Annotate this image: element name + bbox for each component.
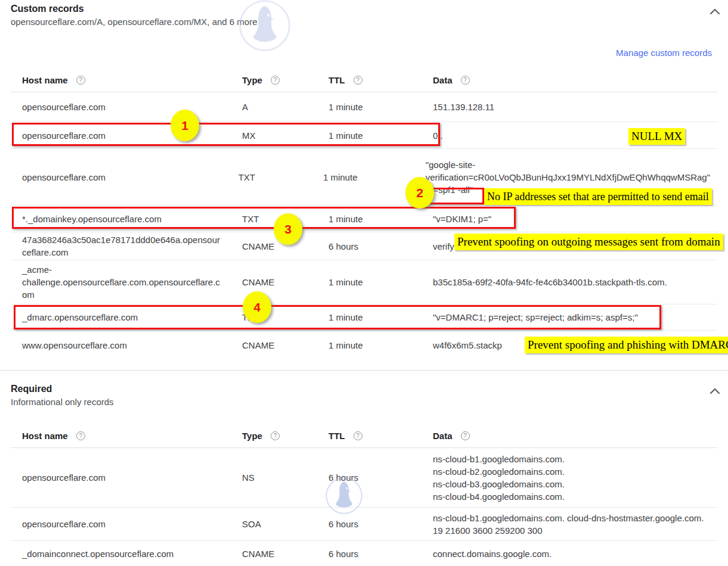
annotation-callout-4: 4 bbox=[243, 291, 271, 323]
column-header-data: Data bbox=[433, 431, 453, 441]
help-icon[interactable]: ? bbox=[461, 431, 470, 440]
cell-hostname: www.opensourceflare.com bbox=[22, 339, 242, 352]
table-header-row: Host name? Type? TTL? Data? bbox=[11, 424, 717, 448]
manage-custom-records-link[interactable]: Manage custom records bbox=[616, 48, 712, 58]
help-icon[interactable]: ? bbox=[354, 76, 363, 85]
table-row: _acme-challenge.opensourceflare.com.open… bbox=[11, 260, 717, 304]
cell-ttl: 1 minute bbox=[329, 339, 433, 352]
table-row: _domainconnect.opensourceflare.com CNAME… bbox=[11, 541, 717, 566]
cell-data: 151.139.128.11 bbox=[433, 101, 717, 113]
annotation-callout-2: 2 bbox=[405, 177, 434, 209]
column-header-ttl: TTL bbox=[329, 431, 345, 441]
section-title: Required bbox=[11, 382, 728, 396]
annotation-highlight-dmarc: Prevent spoofing and phishing with DMARC bbox=[525, 337, 728, 353]
help-icon[interactable]: ? bbox=[76, 431, 85, 440]
annotation-highlight-dkim: Prevent spoofing on outgoing messages se… bbox=[454, 234, 723, 250]
cell-type: CNAME bbox=[242, 276, 329, 288]
cell-ttl: 1 minute bbox=[329, 276, 433, 288]
cell-type: CNAME bbox=[242, 548, 329, 560]
collapse-chevron-icon[interactable] bbox=[710, 8, 720, 15]
cell-hostname: _domainconnect.opensourceflare.com bbox=[22, 548, 242, 560]
cell-type: TXT bbox=[238, 171, 323, 184]
annotation-callout-1: 1 bbox=[171, 110, 199, 141]
annotation-callout-3: 3 bbox=[274, 213, 302, 245]
help-icon[interactable]: ? bbox=[354, 431, 363, 440]
column-header-hostname: Host name bbox=[22, 75, 68, 85]
section-title: Custom records bbox=[11, 2, 728, 15]
column-header-data: Data bbox=[433, 75, 453, 85]
dns-records-page: Custom records opensourceflare.com/A, op… bbox=[0, 0, 728, 566]
cell-hostname: 47a368246a3c50ac1e78171ddd0e646a.opensou… bbox=[22, 234, 242, 259]
help-icon[interactable]: ? bbox=[271, 431, 280, 440]
annotation-box-mx-row bbox=[12, 123, 440, 146]
cell-ttl: 6 hours bbox=[329, 471, 433, 484]
help-icon[interactable]: ? bbox=[76, 76, 85, 85]
section-subtitle: opensourceflare.com/A, opensourceflare.c… bbox=[11, 15, 728, 29]
cell-data: ns-cloud-b1.googledomains.com. cloud-dns… bbox=[433, 512, 717, 537]
help-icon[interactable]: ? bbox=[271, 76, 280, 85]
cell-ttl: 6 hours bbox=[329, 548, 433, 560]
annotation-box-dmarc-row bbox=[14, 305, 661, 329]
cell-data: ns-cloud-b1.googledomains.com. ns-cloud-… bbox=[433, 453, 717, 503]
cell-data: connect.domains.google.com. bbox=[433, 548, 717, 560]
table-row: opensourceflare.com NS 6 hours ns-cloud-… bbox=[11, 448, 717, 508]
column-header-hostname: Host name bbox=[22, 431, 68, 441]
cell-hostname: opensourceflare.com bbox=[22, 101, 242, 113]
table-header-row: Host name? Type? TTL? Data? bbox=[11, 69, 717, 92]
required-records-table: Host name? Type? TTL? Data? opensourcefl… bbox=[11, 424, 717, 566]
section-subtitle: Informational only records bbox=[11, 396, 728, 409]
annotation-box-dkim-row bbox=[12, 207, 516, 229]
cell-ttl: 6 hours bbox=[329, 518, 433, 530]
cell-ttl: 1 minute bbox=[329, 101, 433, 113]
cell-hostname: opensourceflare.com bbox=[22, 518, 242, 530]
cell-hostname: opensourceflare.com bbox=[22, 471, 242, 484]
cell-hostname: _acme-challenge.opensourceflare.com.open… bbox=[22, 263, 242, 301]
cell-type: SOA bbox=[242, 518, 329, 530]
table-row: opensourceflare.com SOA 6 hours ns-cloud… bbox=[11, 508, 717, 541]
cell-type: A bbox=[242, 101, 329, 113]
cell-hostname: opensourceflare.com bbox=[22, 171, 238, 184]
collapse-chevron-icon[interactable] bbox=[710, 387, 720, 394]
column-header-type: Type bbox=[242, 431, 262, 441]
column-header-type: Type bbox=[242, 75, 262, 85]
cell-data: b35c185a-69f2-40fa-94fc-fe4c6b34001b.sta… bbox=[433, 276, 717, 288]
cell-type: CNAME bbox=[242, 339, 329, 352]
cell-ttl: 6 hours bbox=[329, 240, 433, 253]
column-header-ttl: TTL bbox=[329, 75, 345, 85]
required-records-section: Required Informational only records Host… bbox=[0, 371, 728, 566]
annotation-highlight-spf: No IP addresses set that are permitted t… bbox=[484, 188, 712, 205]
cell-type: NS bbox=[242, 471, 329, 484]
help-icon[interactable]: ? bbox=[461, 76, 470, 85]
annotation-highlight-null-mx: NULL MX bbox=[628, 128, 685, 145]
table-row: opensourceflare.com A 1 minute 151.139.1… bbox=[11, 92, 717, 122]
